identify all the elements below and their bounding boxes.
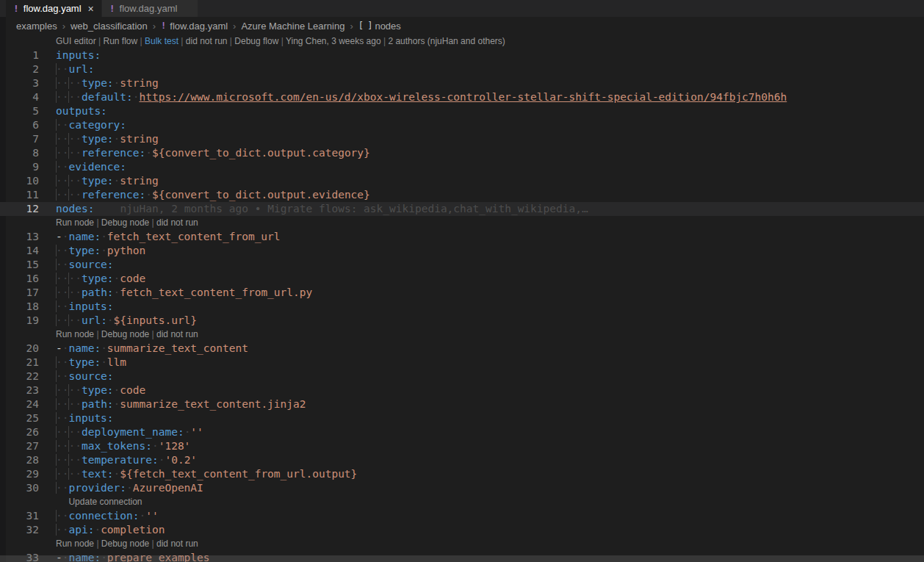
codelens-command[interactable]: Bulk test [145,36,178,46]
breadcrumb-item-nodes[interactable]: [ ] nodes [358,21,401,32]
codelens-command[interactable]: Ying Chen, 3 weeks ago [286,36,381,46]
codelens-command[interactable]: Debug node [101,217,149,228]
code-line[interactable]: ··inputs: [39,300,114,314]
breadcrumb-item-azure-machine-learning[interactable]: Azure Machine Learning [241,21,344,32]
code-token: inputs: [68,300,113,312]
code-line[interactable]: ··category: [39,118,126,132]
codelens-command[interactable]: did not run [156,538,198,549]
code-line[interactable]: ··connection:·'' [39,509,159,523]
close-icon[interactable]: × [88,4,94,14]
editor-row: 8····reference:·${convert_to_dict.output… [0,146,924,160]
code-line[interactable]: ····url:·${inputs.url} [39,314,197,328]
code-token: type: [82,273,114,284]
code-token: ·· [56,398,68,410]
line-number: 22 [0,370,39,383]
code-token: max_tokens: [82,440,152,452]
code-token: · [126,482,133,494]
code-line[interactable]: ··provider:·AzureOpenAI [39,481,203,495]
code-line[interactable]: ··inputs: [39,411,114,425]
breadcrumb-file-label: flow.dag.yaml [170,21,228,32]
chevron-right-icon: › [350,21,353,32]
code-token: '128' [159,440,191,452]
line-number: 21 [0,356,39,370]
code-line[interactable]: ····reference:·${convert_to_dict.output.… [39,188,370,202]
code-line[interactable]: ····temperature:·'0.2' [39,453,197,467]
code-line[interactable]: -·name:·summarize_text_content [39,342,248,356]
code-token: reference: [82,147,145,159]
code-line[interactable]: ··type:·llm [39,356,126,370]
codelens-separator: | [94,217,101,228]
editor-row: 4····default:·https://www.microsoft.com/… [0,90,924,104]
horizontal-scrollbar[interactable] [0,555,924,562]
codelens-command[interactable]: Debug flow [234,36,278,46]
code-line[interactable]: ····deployment_name:·'' [39,425,203,439]
codelens-command[interactable]: GUI editor [56,36,96,46]
code-token: inputs: [68,412,113,424]
code-line[interactable]: ··evidence: [39,160,126,174]
code-line[interactable]: nodes:njuHan, 2 months ago • Migrate flo… [39,202,588,216]
code-line[interactable]: ··source: [39,370,114,383]
code-token: ·· [56,189,68,201]
code-line[interactable]: ··api:·completion [39,523,165,537]
editor-row: 14··type:·python [0,244,924,258]
yaml-file-icon: ! [161,21,166,30]
code-line[interactable]: ····type:·string [39,132,159,146]
codelens-separator: | [278,36,286,46]
code-token: '' [145,510,158,522]
line-number: 20 [0,342,39,356]
breadcrumb-item-web-classification[interactable]: web_classification [71,21,148,32]
code-line[interactable]: ····max_tokens:·'128' [39,439,190,453]
codelens-command[interactable]: Run flow [103,36,137,46]
code-line[interactable]: ····type:·string [39,174,159,188]
code-line[interactable]: outputs: [39,104,107,118]
codelens-command[interactable]: Run node [56,217,94,228]
code-token: ·· [56,370,68,382]
code-line[interactable]: ····type:·string [39,76,159,90]
code-token: ·· [56,426,68,438]
code-line[interactable]: ····type:·code [39,383,145,397]
codelens-command[interactable]: Debug node [101,329,149,339]
codelens-command[interactable]: Update connection [68,497,142,507]
codelens-command[interactable]: Debug node [101,538,149,549]
editor-row: 13-·name:·fetch_text_content_from_url [0,230,924,244]
code-line[interactable]: inputs: [39,48,101,62]
codelens-command[interactable]: did not run [156,329,198,339]
code-line[interactable]: ····text:·${fetch_text_content_from_url.… [39,467,357,481]
code-line[interactable]: -·name:·fetch_text_content_from_url [39,230,281,244]
codelens-command[interactable]: did not run [156,217,198,228]
editor-row: 18··inputs: [0,300,924,314]
breadcrumb-item-examples[interactable]: examples [16,21,57,32]
breadcrumb-item-file[interactable]: ! flow.dag.yaml [161,21,228,32]
code-token: - [56,231,62,242]
code-token: ·· [68,440,81,452]
code-token: summarize_text_content [107,342,248,354]
code-token: source: [68,259,113,270]
code-token: fetch_text_content_from_url.py [120,287,312,298]
code-line[interactable]: ··url: [39,62,94,76]
code-token: · [133,91,140,103]
codelens-command[interactable]: 2 authors (njuHan and others) [388,36,505,46]
code-token: provider: [68,482,126,494]
codelens-row: Run node | Debug node | did not run [0,328,924,342]
code-token: url: [68,63,94,75]
codelens-command[interactable]: Run node [56,538,94,549]
codelens-command[interactable]: Run node [56,329,94,339]
editor-row: 11····reference:·${convert_to_dict.outpu… [0,188,924,202]
code-line[interactable]: ··source: [39,258,114,272]
code-line[interactable]: ····path:·fetch_text_content_from_url.py [39,286,312,300]
url-link[interactable]: https://www.microsoft.com/en-us/d/xbox-w… [140,91,787,103]
code-line[interactable]: ····reference:·${convert_to_dict.output.… [39,146,370,160]
codelens-command[interactable]: did not run [186,36,228,46]
code-line[interactable]: ····default:·https://www.microsoft.com/e… [39,90,787,104]
code-token: type: [82,133,114,145]
line-number: 23 [0,383,39,397]
code-line[interactable]: ····path:·summarize_text_content.jinja2 [39,397,306,411]
code-token: ·· [68,468,81,480]
tab-flow-dag-yaml-inactive[interactable]: ! flow.dag.yaml [102,0,198,17]
code-line[interactable]: ··type:·python [39,244,145,258]
editor-row: 3····type:·string [0,76,924,90]
tab-flow-dag-yaml-active[interactable]: ! flow.dag.yaml × [6,0,101,17]
code-token: category: [68,119,126,131]
code-token: ·· [56,259,68,270]
code-line[interactable]: ····type:·code [39,272,145,286]
